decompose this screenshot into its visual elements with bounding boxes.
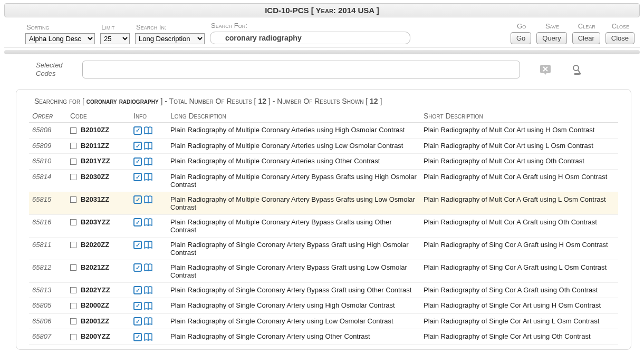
- row-checkbox[interactable]: [70, 196, 76, 203]
- check-icon[interactable]: ✓: [133, 241, 142, 249]
- book-icon[interactable]: [144, 126, 152, 135]
- table-row[interactable]: 65815B2031ZZ✓Plain Radiography of Multip…: [29, 192, 618, 214]
- table-row[interactable]: 65809B2011ZZ✓Plain Radiography of Multip…: [29, 138, 618, 154]
- table-row[interactable]: 65805B2000ZZ✓Plain Radiography of Single…: [29, 298, 618, 314]
- cell-order: 65813: [29, 282, 67, 298]
- results-panel: Searching for [ coronary radiography ] -…: [16, 89, 631, 350]
- cell-short: Plain Radiography of Single Cor Art usin…: [420, 298, 618, 314]
- cell-short: Plain Radiography of Mult Cor Art using …: [420, 154, 618, 170]
- row-checkbox[interactable]: [70, 303, 76, 309]
- book-icon[interactable]: [144, 241, 152, 249]
- row-checkbox[interactable]: [70, 264, 76, 271]
- cell-code: B2011ZZ: [67, 138, 130, 154]
- summary-prefix: Searching for [: [34, 97, 86, 105]
- row-checkbox[interactable]: [70, 242, 76, 248]
- book-icon[interactable]: [144, 302, 152, 310]
- col-long[interactable]: Long Description: [167, 110, 420, 123]
- clear-selection-icon[interactable]: [539, 63, 552, 76]
- search-summary: Searching for [ coronary radiography ] -…: [16, 97, 631, 110]
- row-checkbox[interactable]: [70, 219, 76, 225]
- go-button[interactable]: Go: [511, 32, 531, 44]
- table-row[interactable]: 65807B200YZZ✓Plain Radiography of Single…: [29, 329, 618, 345]
- cell-code: B2001ZZ: [67, 313, 130, 329]
- book-icon[interactable]: [144, 263, 152, 272]
- cell-code: B2030ZZ: [67, 169, 130, 192]
- limit-select[interactable]: 25: [100, 33, 130, 44]
- check-icon[interactable]: ✓: [133, 263, 142, 272]
- table-row[interactable]: 65813B202YZZ✓Plain Radiography of Single…: [29, 282, 618, 298]
- cell-code: B2010ZZ: [67, 123, 130, 139]
- magnify-icon[interactable]: [571, 63, 583, 76]
- cell-order: 65814: [29, 169, 67, 192]
- cell-long: Plain Radiography of Single Coronary Art…: [167, 237, 420, 260]
- search-input[interactable]: [210, 32, 410, 44]
- row-checkbox[interactable]: [70, 334, 76, 340]
- check-icon[interactable]: ✓: [133, 173, 142, 181]
- query-button[interactable]: Query: [536, 32, 566, 44]
- table-row[interactable]: 65810B201YZZ✓Plain Radiography of Multip…: [29, 154, 618, 170]
- cell-order: 65809: [29, 138, 67, 154]
- table-row[interactable]: 65808B2010ZZ✓Plain Radiography of Multip…: [29, 123, 618, 139]
- code-text: B200YZZ: [81, 332, 110, 340]
- col-code[interactable]: Code: [67, 110, 130, 123]
- sorting-select[interactable]: Alpha Long Desc: [25, 33, 95, 44]
- col-info[interactable]: Info: [130, 110, 167, 123]
- check-icon[interactable]: ✓: [133, 286, 142, 294]
- cell-order: 65816: [29, 214, 67, 237]
- check-icon[interactable]: ✓: [133, 218, 142, 226]
- table-row[interactable]: 65806B2001ZZ✓Plain Radiography of Single…: [29, 313, 618, 329]
- book-icon[interactable]: [144, 317, 152, 326]
- check-icon[interactable]: ✓: [133, 157, 142, 166]
- cell-code: B201YZZ: [67, 154, 130, 170]
- cell-info: ✓: [130, 214, 167, 237]
- code-text: B2031ZZ: [81, 195, 109, 203]
- check-icon[interactable]: ✓: [133, 333, 142, 341]
- book-icon[interactable]: [144, 218, 152, 226]
- check-icon[interactable]: ✓: [133, 317, 142, 326]
- code-text: B202YZZ: [81, 286, 110, 294]
- table-row[interactable]: 65811B2020ZZ✓Plain Radiography of Single…: [29, 237, 618, 260]
- search-in-select[interactable]: Long Description: [135, 33, 205, 44]
- cell-short: Plain Radiography of Mult Cor Art using …: [420, 138, 618, 154]
- book-icon[interactable]: [144, 333, 152, 341]
- cell-short: Plain Radiography of Single Cor Art usin…: [420, 329, 618, 345]
- check-icon[interactable]: ✓: [133, 302, 142, 310]
- cell-long: Plain Radiography of Multiple Coronary A…: [167, 214, 420, 237]
- row-checkbox[interactable]: [70, 127, 76, 134]
- book-icon[interactable]: [144, 286, 152, 294]
- book-icon[interactable]: [144, 173, 152, 181]
- cell-code: B2020ZZ: [67, 237, 130, 260]
- row-checkbox[interactable]: [70, 143, 76, 149]
- row-checkbox[interactable]: [70, 318, 76, 324]
- cell-long: Plain Radiography of Single Coronary Art…: [167, 329, 420, 345]
- check-icon[interactable]: ✓: [133, 126, 142, 135]
- save-label: Save: [536, 22, 566, 30]
- row-checkbox[interactable]: [70, 174, 76, 180]
- close-button[interactable]: Close: [605, 32, 635, 44]
- table-row[interactable]: 65814B2030ZZ✓Plain Radiography of Multip…: [29, 169, 618, 192]
- table-row[interactable]: 65816B203YZZ✓Plain Radiography of Multip…: [29, 214, 618, 237]
- cell-code: B202YZZ: [67, 282, 130, 298]
- col-short[interactable]: Short Description: [420, 110, 618, 123]
- check-icon[interactable]: ✓: [133, 195, 142, 204]
- book-icon[interactable]: [144, 142, 152, 150]
- selected-codes-input[interactable]: [82, 61, 520, 78]
- code-text: B2020ZZ: [81, 241, 109, 249]
- cell-order: 65811: [29, 237, 67, 260]
- check-icon[interactable]: ✓: [133, 142, 142, 150]
- book-icon[interactable]: [144, 157, 152, 166]
- col-order[interactable]: Order: [29, 110, 67, 123]
- summary-shown: 12: [370, 97, 378, 105]
- summary-term: coronary radiography: [86, 97, 159, 105]
- cell-order: 65812: [29, 260, 67, 282]
- clear-button[interactable]: Clear: [572, 32, 600, 44]
- code-text: B203YZZ: [81, 218, 110, 226]
- cell-info: ✓: [130, 329, 167, 345]
- row-checkbox[interactable]: [70, 159, 76, 165]
- cell-info: ✓: [130, 169, 167, 192]
- row-checkbox[interactable]: [70, 287, 76, 293]
- cell-short: Plain Radiography of Mult Cor A Graft us…: [420, 169, 618, 192]
- summary-suffix: ]: [378, 97, 382, 105]
- book-icon[interactable]: [144, 195, 152, 204]
- table-row[interactable]: 65812B2021ZZ✓Plain Radiography of Single…: [29, 260, 618, 282]
